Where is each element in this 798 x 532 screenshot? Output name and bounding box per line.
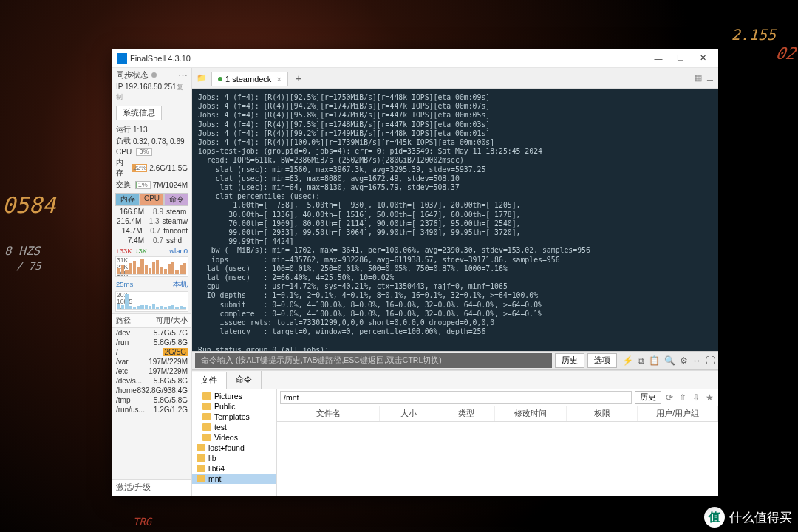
bg-decor: 02 [774, 44, 797, 63]
bg-decor: 0584 [2, 192, 55, 218]
process-row[interactable]: 7.4M0.7sshd [112, 236, 191, 245]
memory-usage: 内存22%2.6G/11.5G [112, 157, 191, 179]
uptime: 运行 1:13 [112, 123, 191, 135]
session-tab[interactable]: 1 steamdeck × [211, 72, 288, 86]
options-button[interactable]: 选项 [587, 353, 617, 368]
sync-label: 同步状态 [116, 70, 149, 81]
network-rate: ↑33K ↓3K wlan0 [112, 245, 191, 256]
file-tab[interactable]: 文件 [192, 372, 227, 389]
paste-icon[interactable]: 📋 [648, 355, 661, 366]
fs-row[interactable]: /run/us...1.2G/1.2G [112, 405, 191, 415]
fs-row[interactable]: /2G/5G [112, 347, 191, 357]
sort-cmd-tab[interactable]: 命令 [164, 193, 188, 206]
path-history-button[interactable]: 历史 [635, 391, 661, 404]
load-avg: 负载 0.32, 0.78, 0.69 [112, 135, 191, 147]
tab-label: 1 steamdeck [225, 75, 271, 83]
tree-item[interactable]: mnt [192, 474, 276, 484]
fs-row[interactable]: /tmp5.8G/5.8G [112, 395, 191, 405]
folder-icon [197, 465, 205, 472]
fs-row[interactable]: /dev/s...5.6G/5.8G [112, 376, 191, 386]
fs-row[interactable]: /home832.8G/938.4G [112, 386, 191, 395]
ping-value: 25ms [116, 280, 133, 290]
folder-icon [202, 423, 211, 431]
fullscreen-icon[interactable]: ⛶ [705, 355, 715, 366]
close-button[interactable]: ✕ [692, 50, 714, 66]
maximize-button[interactable]: ☐ [669, 50, 692, 66]
app-icon [117, 53, 127, 64]
sidebar: 同步状态 ⋯ IP 192.168.50.251复制 系统信息 运行 1:13 … [112, 68, 192, 496]
command-bar: 命令输入 (按ALT键提示历史,TAB键路径,ESC键返回,双击CTRL切换) … [192, 351, 718, 370]
activate-button[interactable]: 激活/升级 [112, 479, 191, 496]
folder-icon [202, 392, 211, 400]
fs-row[interactable]: /dev5.7G/5.7G [112, 328, 191, 338]
expand-icon[interactable]: ↔ [692, 355, 702, 366]
tree-item[interactable]: lib64 [192, 463, 276, 474]
close-tab-icon[interactable]: × [276, 75, 281, 83]
bg-decor: / 75 [16, 260, 41, 272]
process-sort-tabs[interactable]: 内存 CPU 命令 [115, 193, 188, 206]
fs-row[interactable]: /run5.8G/5.8G [112, 338, 191, 347]
refresh-icon[interactable]: ⟳ [664, 392, 675, 403]
tree-item[interactable]: Videos [192, 432, 276, 443]
folder-icon [197, 444, 205, 451]
add-tab-button[interactable]: + [291, 72, 307, 84]
upload-icon[interactable]: ⇧ [678, 392, 688, 403]
ping-sparkline: 203108.514 [115, 291, 188, 312]
history-button[interactable]: 历史 [555, 353, 584, 368]
network-sparkline: 31K21K10K [115, 256, 188, 277]
bolt-icon[interactable]: ⚡ [621, 355, 634, 366]
session-tabbar: 📁 1 steamdeck × + ▦ ☰ [192, 68, 718, 89]
folder-icon [197, 475, 205, 482]
terminal-output[interactable]: Jobs: 4 (f=4): [R(4)][92.5%][r=1750MiB/s… [192, 89, 718, 351]
path-bar: 历史 ⟳ ⇧ ⇩ ★ [277, 389, 718, 406]
folder-icon [202, 413, 211, 420]
fs-header: 路径可用/大小 [112, 313, 191, 328]
path-input[interactable] [280, 391, 632, 404]
titlebar[interactable]: FinalShell 4.3.10 — ☐ ✕ [112, 49, 718, 68]
folder-icon[interactable]: 📁 [195, 72, 208, 84]
process-row[interactable]: 216.4M1.3steamw [112, 216, 191, 226]
watermark-logo: 值 [704, 507, 725, 528]
tree-item[interactable]: lost+found [192, 443, 276, 453]
folder-icon [197, 454, 205, 462]
settings-icon[interactable]: ⚙ [679, 355, 689, 366]
ping-host-select[interactable]: 本机 [173, 280, 188, 290]
process-row[interactable]: 166.6M8.9steam [112, 207, 191, 216]
ping-row: 25ms 本机 [112, 279, 191, 291]
sort-cpu-tab[interactable]: CPU [140, 193, 164, 206]
bookmark-icon[interactable]: ★ [704, 392, 715, 403]
tree-item[interactable]: Templates [192, 412, 276, 422]
column-headers[interactable]: 文件名 大小 类型 修改时间 权限 用户/用户组 [277, 406, 718, 422]
directory-tree[interactable]: PicturesPublicTemplatestestVideoslost+fo… [192, 389, 277, 496]
bg-decor: TRG [133, 516, 151, 528]
ip-address: IP 192.168.50.251复制 [112, 82, 191, 104]
search-icon[interactable]: 🔍 [664, 355, 676, 366]
sync-status[interactable]: 同步状态 ⋯ [112, 68, 191, 82]
command-tab[interactable]: 命令 [227, 371, 262, 389]
watermark-text: 什么值得买 [729, 509, 792, 526]
tree-item[interactable]: lib [192, 453, 276, 463]
file-listing: 历史 ⟳ ⇧ ⇩ ★ 文件名 大小 类型 修改时间 权限 用户/用户 [277, 389, 718, 496]
tree-item[interactable]: Public [192, 401, 276, 412]
sort-mem-tab[interactable]: 内存 [115, 193, 140, 206]
minimize-button[interactable]: — [647, 50, 669, 66]
process-row[interactable]: 14.7M0.7fancont [112, 226, 191, 236]
fs-row[interactable]: /var197M/229M [112, 357, 191, 366]
download-icon[interactable]: ⇩ [691, 392, 701, 403]
system-info-button[interactable]: 系统信息 [116, 106, 162, 120]
bg-decor: 8 HZS [4, 244, 40, 258]
tree-item[interactable]: Pictures [192, 391, 276, 401]
list-view-icon[interactable]: ☰ [705, 72, 715, 84]
cpu-usage: CPU3% [112, 147, 191, 157]
folder-icon [202, 434, 211, 441]
fs-row[interactable]: /etc197M/229M [112, 366, 191, 376]
tree-item[interactable]: test [192, 422, 276, 432]
command-input[interactable]: 命令输入 (按ALT键提示历史,TAB键路径,ESC键返回,双击CTRL切换) [195, 353, 552, 368]
window-title: FinalShell 4.3.10 [130, 54, 647, 63]
swap-usage: 交换1%7M/1024M [112, 179, 191, 191]
interface-select[interactable]: wlan0 [169, 247, 188, 255]
status-dot-icon [218, 77, 222, 81]
folder-icon [202, 403, 211, 410]
copy-icon[interactable]: ⧉ [637, 355, 645, 366]
grid-view-icon[interactable]: ▦ [693, 72, 703, 84]
